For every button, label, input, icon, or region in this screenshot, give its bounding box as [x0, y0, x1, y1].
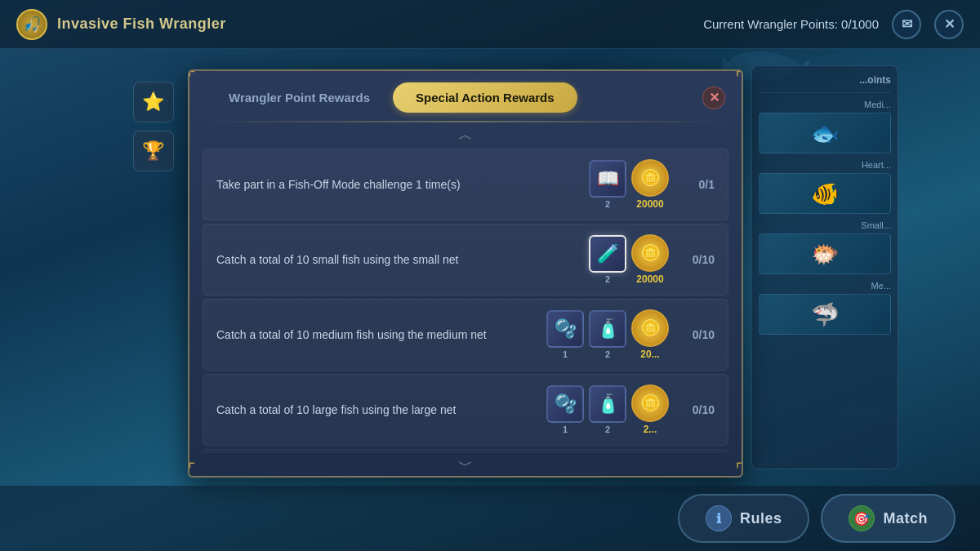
message-icon: ✉ [902, 16, 912, 32]
fish-label-3: Me... [759, 281, 891, 291]
rewards-list[interactable]: Take part in a Fish-Off Mode challenge 1… [189, 145, 742, 453]
tab-special-action-rewards[interactable]: Special Action Rewards [393, 82, 577, 113]
top-close-button[interactable]: ✕ [934, 10, 964, 39]
left-panel: ⭐ 🏆 [131, 65, 176, 469]
reward-desc-1: Catch a total of 10 small fish using the… [216, 251, 589, 269]
reward-gold-count-2: 20... [640, 349, 659, 360]
achievement-button[interactable]: ⭐ [133, 82, 174, 122]
right-panel-fish-1: Heart... 🐠 [759, 160, 891, 214]
reward-desc-3: Catch a total of 10 large fish using the… [216, 402, 546, 419]
reward-item-2-1: 🧴 2 [589, 310, 626, 359]
reward-item-3-0: 🫧 1 [546, 385, 584, 434]
reward-item-count-3-0: 1 [563, 424, 568, 434]
gold-coin-icon-0: 🪙 [640, 168, 661, 188]
gold-coin-icon-1: 🪙 [640, 243, 661, 263]
reward-row-1: Catch a total of 10 small fish using the… [203, 224, 728, 295]
gold-coin-icon-3: 🪙 [640, 393, 661, 413]
fish-label-2: Small... [759, 220, 891, 230]
reward-item-3-gold: 🪙 2... [631, 384, 669, 435]
fish-img-1: 🐠 [759, 173, 891, 214]
rules-label: Rules [740, 510, 782, 527]
right-panel-fish-3: Me... 🦈 [759, 281, 891, 335]
dialog-close-icon: ✕ [709, 90, 719, 105]
reward-item-icon-1-0: 🧪 [589, 235, 626, 273]
reward-gold-count-0: 20000 [636, 198, 663, 210]
tabs-row: Wrangler Point Rewards Special Action Re… [189, 71, 742, 113]
reward-item-0-gold: 🪙 20000 [631, 159, 669, 210]
reward-row-3: Catch a total of 10 large fish using the… [203, 374, 728, 446]
reward-progress-1: 0/10 [682, 253, 715, 266]
match-label: Match [883, 510, 928, 527]
fish-icon: 🎣 [23, 16, 41, 33]
scroll-up-indicator: ︿ [189, 122, 742, 145]
right-panel: ...oints Medi... 🐟 Heart... 🐠 Small... 🐡… [751, 65, 898, 469]
game-title: Invasive Fish Wrangler [57, 16, 226, 33]
reward-items-3: 🫧 1 🧴 2 🪙 2... [546, 384, 669, 435]
right-panel-fish-0: Medi... 🐟 [759, 100, 891, 153]
wrangler-points-label: Current Wrangler Points: 0/1000 [703, 17, 879, 31]
reward-item-count-3-1: 2 [605, 424, 610, 434]
reward-items-1: 🧪 2 🪙 20000 [589, 234, 669, 285]
reward-item-2-0: 🫧 1 [546, 310, 584, 359]
info-icon: ℹ [716, 511, 722, 527]
reward-gold-icon-2: 🪙 [631, 309, 669, 347]
trophy-icon: 🏆 [142, 140, 164, 162]
reward-row-0: Take part in a Fish-Off Mode challenge 1… [203, 149, 728, 220]
star-icon: ⭐ [142, 91, 164, 113]
reward-item-1-0: 🧪 2 [589, 235, 626, 284]
reward-gold-count-1: 20000 [636, 273, 663, 285]
reward-desc-0: Take part in a Fish-Off Mode challenge 1… [216, 176, 589, 193]
right-panel-points-row: ...oints [759, 74, 891, 93]
message-button[interactable]: ✉ [892, 10, 921, 39]
match-icon-circle: 🎯 [849, 505, 875, 531]
fish-label-1: Heart... [759, 160, 891, 170]
top-bar: 🎣 Invasive Fish Wrangler Current Wrangle… [0, 0, 980, 49]
reward-item-3-1: 🧴 2 [589, 385, 626, 434]
fish-label-0: Medi... [759, 100, 891, 109]
main-dialog: ⌜ ⌝ ⌞ ⌟ Wrangler Point Rewards Special A… [188, 69, 743, 478]
gold-coin-icon-2: 🪙 [640, 318, 661, 338]
top-bar-left: 🎣 Invasive Fish Wrangler [16, 9, 226, 40]
tab-wrangler-point-rewards[interactable]: Wrangler Point Rewards [206, 82, 393, 113]
reward-progress-3: 0/10 [682, 403, 715, 416]
reward-item-2-gold: 🪙 20... [631, 309, 669, 360]
reward-item-1-gold: 🪙 20000 [631, 234, 669, 285]
match-button[interactable]: 🎯 Match [821, 494, 956, 543]
rules-icon-circle: ℹ [706, 505, 732, 531]
reward-row-2: Catch a total of 10 medium fish using th… [203, 299, 728, 371]
game-icon: 🎣 [16, 9, 47, 40]
reward-gold-count-3: 2... [644, 424, 657, 435]
reward-items-0: 📖 2 🪙 20000 [589, 159, 669, 210]
reward-item-icon-2-1: 🧴 [589, 310, 626, 348]
corner-bl-decoration: ⌞ [188, 458, 207, 478]
reward-item-icon-0-0: 📖 [589, 160, 626, 198]
scroll-down-icon: ﹀ [458, 458, 473, 473]
dialog-close-button[interactable]: ✕ [702, 87, 725, 109]
rules-button[interactable]: ℹ Rules [678, 494, 810, 543]
reward-item-icon-2-0: 🫧 [546, 310, 584, 348]
scroll-down-indicator: ﹀ [189, 453, 742, 476]
reward-progress-2: 0/10 [682, 328, 715, 341]
reward-item-icon-3-0: 🫧 [546, 385, 584, 423]
reward-item-count-2-1: 2 [605, 349, 610, 359]
reward-gold-icon-0: 🪙 [631, 159, 669, 197]
top-bar-right: Current Wrangler Points: 0/1000 ✉ ✕ [703, 10, 964, 39]
reward-gold-icon-1: 🪙 [631, 234, 669, 272]
close-icon: ✕ [944, 16, 955, 32]
bottom-bar: ℹ Rules 🎯 Match [0, 486, 980, 551]
reward-items-2: 🫧 1 🧴 2 🪙 20... [546, 309, 669, 360]
reward-item-count-0-0: 2 [605, 199, 610, 209]
reward-progress-0: 0/1 [682, 178, 715, 191]
fish-img-3: 🦈 [759, 294, 891, 335]
reward-item-count-1-0: 2 [605, 274, 610, 284]
right-panel-points-label: ...oints [859, 74, 891, 86]
trophy-button[interactable]: 🏆 [133, 131, 174, 171]
scroll-up-icon: ︿ [458, 127, 473, 142]
fish-img-2: 🐡 [759, 233, 891, 274]
reward-desc-2: Catch a total of 10 medium fish using th… [216, 327, 546, 344]
right-panel-fish-2: Small... 🐡 [759, 220, 891, 274]
reward-item-count-2-0: 1 [563, 349, 568, 359]
fish-img-0: 🐟 [759, 113, 891, 153]
reward-gold-icon-3: 🪙 [631, 384, 669, 422]
reward-item-icon-3-1: 🧴 [589, 385, 626, 423]
